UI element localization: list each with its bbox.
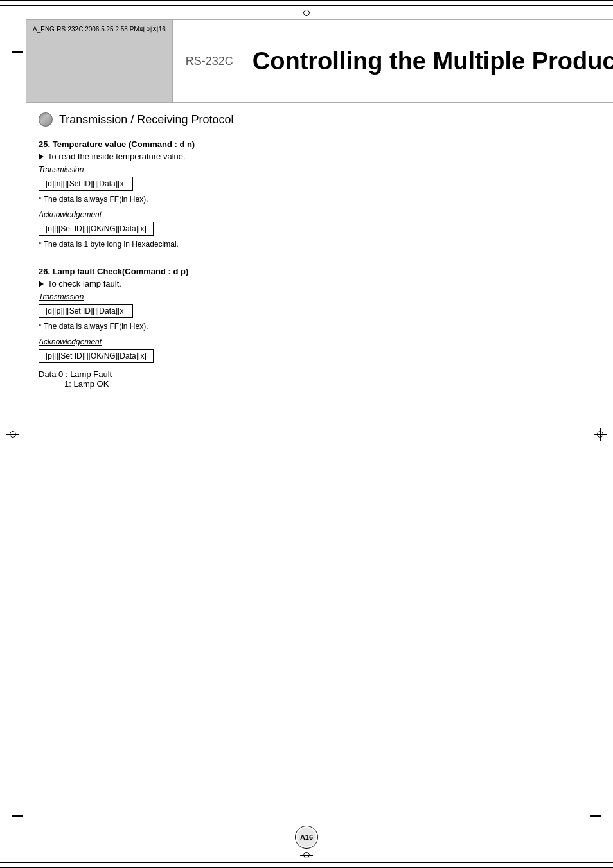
bottom-border-inner xyxy=(0,862,613,863)
left-mark-bottom xyxy=(12,815,23,817)
crosshair-bottom-center xyxy=(300,849,313,862)
page-number-text: A16 xyxy=(300,833,313,841)
page-container: A_ENG-RS-232C 2006.5.25 2:58 PM페이지16 RS-… xyxy=(0,0,613,868)
header-area: A_ENG-RS-232C 2006.5.25 2:58 PM페이지16 RS-… xyxy=(26,19,587,103)
data-list-item-1: 1: Lamp OK xyxy=(64,379,574,389)
command-26-desc: To check lamp fault. xyxy=(39,279,574,288)
left-mark-top xyxy=(12,51,23,53)
data-list-26: Data 0 : Lamp Fault 1: Lamp OK xyxy=(39,369,574,389)
rs232c-label: RS-232C xyxy=(186,55,233,68)
command-25-desc: To read the inside temperature value. xyxy=(39,152,574,161)
main-content: Transmission / Receiving Protocol 25. Te… xyxy=(39,112,574,407)
file-info: A_ENG-RS-232C 2006.5.25 2:58 PM페이지16 xyxy=(33,25,166,34)
command-25-section: 25. Temperature value (Command : d n) To… xyxy=(39,139,574,249)
page-number-inner: A16 xyxy=(297,828,316,847)
command-25-heading: 25. Temperature value (Command : d n) xyxy=(39,139,574,149)
transmission-code-26: [d][p][][Set ID][][Data][x] xyxy=(39,304,133,318)
crosshair-top-center xyxy=(300,6,313,19)
acknowledgement-label-26: Acknowledgement xyxy=(39,337,574,346)
transmission-label-25: Transmission xyxy=(39,165,574,174)
page-number-badge: A16 xyxy=(295,826,318,849)
command-26-section: 26. Lamp fault Check(Command : d p) To c… xyxy=(39,267,574,389)
note2-25: * The data is 1 byte long in Hexadecimal… xyxy=(39,240,574,249)
note1-26: * The data is always FF(in Hex). xyxy=(39,322,574,331)
arrow-icon-26 xyxy=(39,281,44,287)
section-title: Transmission / Receiving Protocol xyxy=(59,113,233,127)
command-25-desc-text: To read the inside temperature value. xyxy=(48,152,186,161)
arrow-icon-25 xyxy=(39,154,44,160)
command-26-heading: 26. Lamp fault Check(Command : d p) xyxy=(39,267,574,276)
ack-code-26: [p][][Set ID][][OK/NG][Data][x] xyxy=(39,349,154,363)
ack-code-25: [n][][Set ID][][OK/NG][Data][x] xyxy=(39,222,154,236)
top-border-inner xyxy=(0,5,613,6)
transmission-label-26: Transmission xyxy=(39,292,574,301)
header-right-panel: RS-232C Controlling the Multiple Product xyxy=(173,19,613,103)
command-26-desc-text: To check lamp fault. xyxy=(48,279,121,288)
acknowledgement-label-25: Acknowledgement xyxy=(39,210,574,219)
header-left-panel: A_ENG-RS-232C 2006.5.25 2:58 PM페이지16 xyxy=(26,19,173,103)
circle-icon xyxy=(39,112,53,127)
crosshair-middle-left xyxy=(6,428,19,441)
transmission-code-25: [d][n][][Set ID][][Data][x] xyxy=(39,177,133,191)
crosshair-middle-right xyxy=(594,428,607,441)
section-header: Transmission / Receiving Protocol xyxy=(39,112,574,127)
data-list-item-0: Data 0 : Lamp Fault xyxy=(39,369,574,379)
right-mark-bottom xyxy=(590,815,601,817)
note1-25: * The data is always FF(in Hex). xyxy=(39,195,574,204)
header-title: Controlling the Multiple Product xyxy=(253,48,613,75)
